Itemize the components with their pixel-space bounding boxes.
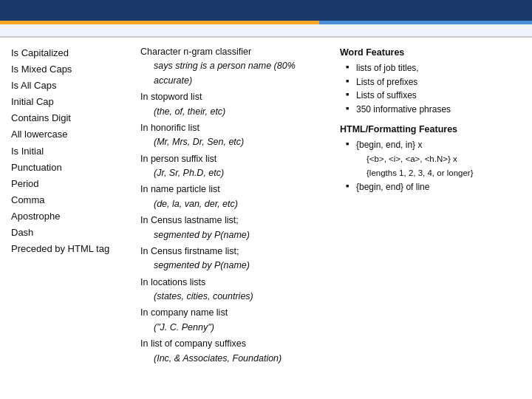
feature-item: All lowercase: [11, 126, 133, 143]
content-area: Is CapitalizedIs Mixed CapsIs All CapsIn…: [0, 38, 532, 366]
description-block: In company name list("J. C. Penny"): [140, 306, 332, 335]
feature-item: Is Capitalized: [11, 45, 133, 61]
list-item: Lists of suffixes: [346, 89, 521, 103]
column-3-word-features: Word Featureslists of job titles,Lists o…: [340, 45, 521, 359]
description-main: In honorific list: [140, 121, 332, 135]
description-indent: (Mr, Mrs, Dr, Sen, etc): [140, 135, 332, 149]
feature-item: Contains Digit: [11, 110, 133, 126]
description-indent: (de, la, van, der, etc): [140, 197, 332, 211]
word-features-title: Word Features: [340, 45, 521, 60]
feature-item: Preceded by HTML tag: [11, 241, 133, 257]
subtitle-bar: [0, 24, 532, 38]
description-block: In list of company suffixes(Inc, & Assoc…: [140, 337, 332, 366]
description-indent: segmented by P(name): [140, 259, 332, 273]
description-indent: segmented by P(name): [140, 228, 332, 242]
description-block: In Census lastname list;segmented by P(n…: [140, 214, 332, 242]
description-main: In stopword list: [140, 90, 332, 104]
feature-item: Dash: [11, 225, 133, 241]
title-bar: [0, 0, 532, 21]
description-block: In honorific list(Mr, Mrs, Dr, Sen, etc): [140, 121, 332, 150]
sub-item: {lengths 1, 2, 3, 4, or longer}: [356, 168, 474, 177]
description-indent: (Inc, & Associates, Foundation): [140, 352, 332, 366]
feature-item: Initial Cap: [11, 94, 133, 110]
description-block: In stopword list(the, of, their, etc): [140, 90, 332, 119]
description-block: Character n-gram classifiersays string i…: [140, 45, 332, 88]
description-indent: says string is a person name (80% accura…: [140, 59, 332, 88]
list-item: lists of job titles,: [346, 61, 521, 75]
list-item: Lists of prefixes: [346, 75, 521, 89]
description-main: In name particle list: [140, 183, 332, 197]
description-indent: (Jr, Sr, Ph.D, etc): [140, 166, 332, 180]
description-indent: (states, cities, countries): [140, 290, 332, 304]
column-2-descriptions: Character n-gram classifiersays string i…: [140, 45, 332, 359]
list-item: {begin, end} of line: [346, 180, 521, 194]
feature-item: Is Mixed Caps: [11, 61, 133, 78]
word-features-list: {begin, end, in} x{<b>, <i>, <a>, <h.N>}…: [340, 138, 521, 194]
word-features-list: lists of job titles,Lists of prefixesLis…: [340, 61, 521, 116]
feature-item: Period: [11, 176, 133, 192]
word-features-title: HTML/Formatting Features: [340, 122, 521, 137]
feature-item: Is Initial: [11, 143, 133, 160]
description-block: In person suffix list(Jr, Sr, Ph.D, etc): [140, 152, 332, 181]
description-main: Character n-gram classifier: [140, 45, 332, 59]
sub-item: {<b>, <i>, <a>, <h.N>} x: [356, 154, 457, 163]
feature-item: Punctuation: [11, 160, 133, 176]
description-main: In Census lastname list;: [140, 214, 332, 228]
feature-item: Apostrophe: [11, 208, 133, 225]
description-main: In list of company suffixes: [140, 337, 332, 351]
slide: Is CapitalizedIs Mixed CapsIs All CapsIn…: [0, 0, 532, 399]
description-main: In Census firstname list;: [140, 245, 332, 259]
description-indent: ("J. C. Penny"): [140, 321, 332, 335]
description-block: In locations lists(states, cities, count…: [140, 276, 332, 304]
description-block: In name particle list(de, la, van, der, …: [140, 183, 332, 211]
description-main: In person suffix list: [140, 152, 332, 166]
list-item: 350 informative phrases: [346, 103, 521, 117]
description-main: In company name list: [140, 306, 332, 320]
feature-item: Is All Caps: [11, 78, 133, 94]
column-1-features: Is CapitalizedIs Mixed CapsIs All CapsIn…: [11, 45, 133, 359]
description-block: In Census firstname list;segmented by P(…: [140, 245, 332, 273]
description-indent: (the, of, their, etc): [140, 105, 332, 119]
feature-item: Comma: [11, 192, 133, 208]
list-item: {begin, end, in} x{<b>, <i>, <a>, <h.N>}…: [346, 138, 521, 180]
description-main: In locations lists: [140, 276, 332, 290]
